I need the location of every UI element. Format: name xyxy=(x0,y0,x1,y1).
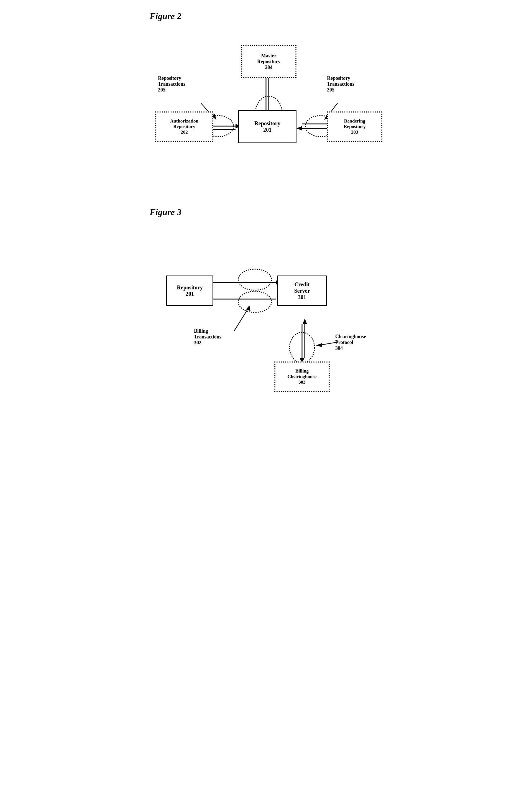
svg-point-20 xyxy=(238,291,271,312)
rendering-repository-box: Rendering Repository 203 xyxy=(327,111,382,142)
figure2-title: Figure 2 xyxy=(150,11,382,21)
figure2-container: Repository 201 Master Repository 204 Aut… xyxy=(150,30,388,185)
svg-line-30 xyxy=(234,309,248,331)
billing-transactions-label: Billing Transactions 302 xyxy=(194,328,221,346)
clearinghouse-protocol-label: Clearinghouse Protocol 304 xyxy=(335,334,366,351)
figure3-container: Repository 201 Credit Server 301 Billing… xyxy=(150,226,388,398)
authorization-repository-box: Authorization Repository 202 xyxy=(155,111,213,142)
repository-201-box: Repository 201 xyxy=(238,110,296,143)
transactions-label-left: Repository Transactions 205 xyxy=(158,75,185,93)
figure3-title: Figure 3 xyxy=(150,207,382,217)
svg-marker-33 xyxy=(316,343,322,347)
repository-201-fig3-box: Repository 201 xyxy=(166,276,213,306)
svg-marker-14 xyxy=(296,126,302,131)
transactions-label-right: Repository Transactions 205 xyxy=(327,75,354,93)
credit-server-box: Credit Server 301 xyxy=(277,276,327,306)
svg-point-21 xyxy=(290,332,315,363)
svg-marker-31 xyxy=(246,305,250,311)
master-repository-box: Master Repository 204 xyxy=(241,45,296,78)
svg-point-19 xyxy=(238,269,271,290)
svg-marker-29 xyxy=(302,319,307,324)
billing-clearinghouse-box: Billing Clearinghouse 303 xyxy=(274,361,330,392)
